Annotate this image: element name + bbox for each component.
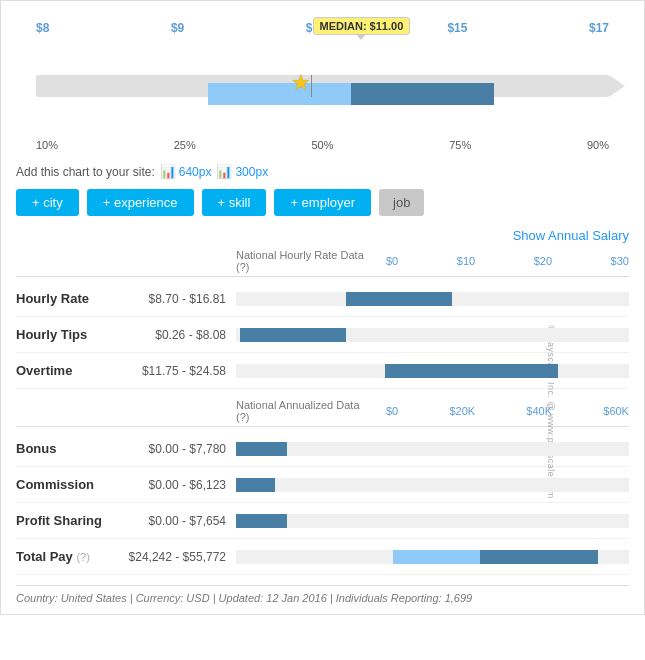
job-button[interactable]: job — [379, 189, 424, 216]
bonus-bar — [236, 439, 629, 459]
total-pay-label: Total Pay (?) — [16, 549, 126, 564]
watermark: © Payscale, Inc. @ www.payscale.com — [545, 325, 555, 498]
bonus-fill — [236, 442, 287, 456]
commission-row: Commission $0.00 - $6,123 — [16, 467, 629, 503]
pct-75: 75% — [449, 139, 471, 151]
add-chart-row: Add this chart to your site: 📊 640px 📊 3… — [16, 164, 629, 179]
pct-50: 50% — [311, 139, 333, 151]
hourly-rate-label: Hourly Rate — [16, 291, 126, 306]
total-pay-fill — [480, 550, 598, 564]
annual-header-label: National Annualized Data (?) — [236, 399, 381, 423]
profit-sharing-label: Profit Sharing — [16, 513, 126, 528]
total-pay-bar — [236, 547, 629, 567]
median-star-icon: ★ — [291, 70, 311, 96]
annual-axis-20k: $20K — [449, 405, 475, 417]
hourly-rate-range: $8.70 - $16.81 — [126, 292, 236, 306]
commission-label: Commission — [16, 477, 126, 492]
profit-sharing-bar — [236, 511, 629, 531]
chart-300-label: 300px — [235, 165, 268, 179]
annual-axis-60k: $60K — [603, 405, 629, 417]
overtime-row: Overtime $11.75 - $24.58 — [16, 353, 629, 389]
show-annual-link[interactable]: Show Annual Salary — [16, 228, 629, 243]
employer-button[interactable]: + employer — [274, 189, 371, 216]
axis-label-9: $9 — [171, 21, 184, 35]
overtime-bar — [236, 361, 629, 381]
hourly-header-row: National Hourly Rate Data (?) $0 $10 $20… — [16, 249, 629, 277]
main-container: $8 $9 $12 $15 $17 MEDIAN: $11.00 ★ 10% 2… — [0, 0, 645, 615]
hourly-axis-20: $20 — [534, 255, 552, 267]
chart-area: $8 $9 $12 $15 $17 MEDIAN: $11.00 ★ 10% 2… — [16, 11, 629, 156]
bonus-row: Bonus $0.00 - $7,780 — [16, 431, 629, 467]
annual-axis-0: $0 — [386, 405, 398, 417]
total-pay-row: Total Pay (?) $24,242 - $55,772 — [16, 539, 629, 575]
total-pay-fill-light — [393, 550, 479, 564]
total-pay-question: (?) — [76, 551, 89, 563]
chart-640-label: 640px — [179, 165, 212, 179]
experience-button[interactable]: + experience — [87, 189, 194, 216]
hourly-axis-30: $30 — [611, 255, 629, 267]
slider-fill-dark — [351, 83, 494, 105]
commission-bg — [236, 478, 629, 492]
hourly-rate-fill — [346, 292, 452, 306]
hourly-rate-row: Hourly Rate $8.70 - $16.81 — [16, 281, 629, 317]
chart-300-link[interactable]: 📊 300px — [216, 164, 268, 179]
chart-icon-300: 📊 — [216, 164, 232, 179]
overtime-label: Overtime — [16, 363, 126, 378]
hourly-axis-10: $10 — [457, 255, 475, 267]
annual-header-row: National Annualized Data (?) $0 $20K $40… — [16, 399, 629, 427]
annual-axis: $0 $20K $40K $60K — [381, 405, 629, 417]
pct-90: 90% — [587, 139, 609, 151]
hourly-axis: $0 $10 $20 $30 — [381, 255, 629, 267]
bonus-label: Bonus — [16, 441, 126, 456]
percentile-slider: ★ — [36, 67, 609, 105]
filter-buttons-row: + city + experience + skill + employer j… — [16, 189, 629, 216]
hourly-tips-row: Hourly Tips $0.26 - $8.08 — [16, 317, 629, 353]
hourly-rate-bar — [236, 289, 629, 309]
bonus-bg — [236, 442, 629, 456]
slider-fill-light — [208, 83, 351, 105]
median-bubble: MEDIAN: $11.00 — [313, 17, 411, 35]
pct-25: 25% — [174, 139, 196, 151]
axis-label-17: $17 — [589, 21, 609, 35]
overtime-fill — [385, 364, 558, 378]
commission-range: $0.00 - $6,123 — [126, 478, 236, 492]
add-chart-text: Add this chart to your site: — [16, 165, 155, 179]
commission-bar — [236, 475, 629, 495]
city-button[interactable]: + city — [16, 189, 79, 216]
total-pay-range: $24,242 - $55,772 — [126, 550, 236, 564]
profit-sharing-range: $0.00 - $7,654 — [126, 514, 236, 528]
axis-label-8: $8 — [36, 21, 49, 35]
bonus-range: $0.00 - $7,780 — [126, 442, 236, 456]
overtime-range: $11.75 - $24.58 — [126, 364, 236, 378]
hourly-header-label: National Hourly Rate Data (?) — [236, 249, 381, 273]
profit-sharing-fill — [236, 514, 287, 528]
hourly-tips-label: Hourly Tips — [16, 327, 126, 342]
hourly-tips-bar — [236, 325, 629, 345]
hourly-tips-fill — [240, 328, 346, 342]
chart-640-link[interactable]: 📊 640px — [160, 164, 212, 179]
chart-icon-640: 📊 — [160, 164, 176, 179]
profit-sharing-bg — [236, 514, 629, 528]
footer-note: Country: United States | Currency: USD |… — [16, 585, 629, 604]
axis-label-15: $15 — [447, 21, 467, 35]
hourly-tips-range: $0.26 - $8.08 — [126, 328, 236, 342]
data-section: © Payscale, Inc. @ www.payscale.com Nati… — [16, 249, 629, 575]
hourly-axis-0: $0 — [386, 255, 398, 267]
commission-fill — [236, 478, 275, 492]
pct-label-row: 10% 25% 50% 75% 90% — [36, 137, 609, 151]
profit-sharing-row: Profit Sharing $0.00 - $7,654 — [16, 503, 629, 539]
pct-10: 10% — [36, 139, 58, 151]
slider-track — [36, 75, 609, 97]
skill-button[interactable]: + skill — [202, 189, 267, 216]
